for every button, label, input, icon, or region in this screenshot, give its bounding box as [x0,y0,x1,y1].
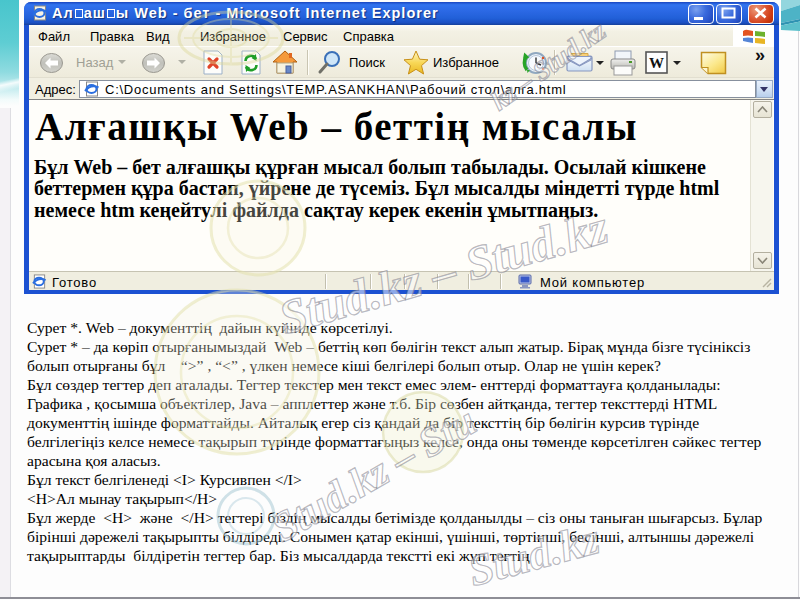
svg-text:W: W [649,55,664,71]
